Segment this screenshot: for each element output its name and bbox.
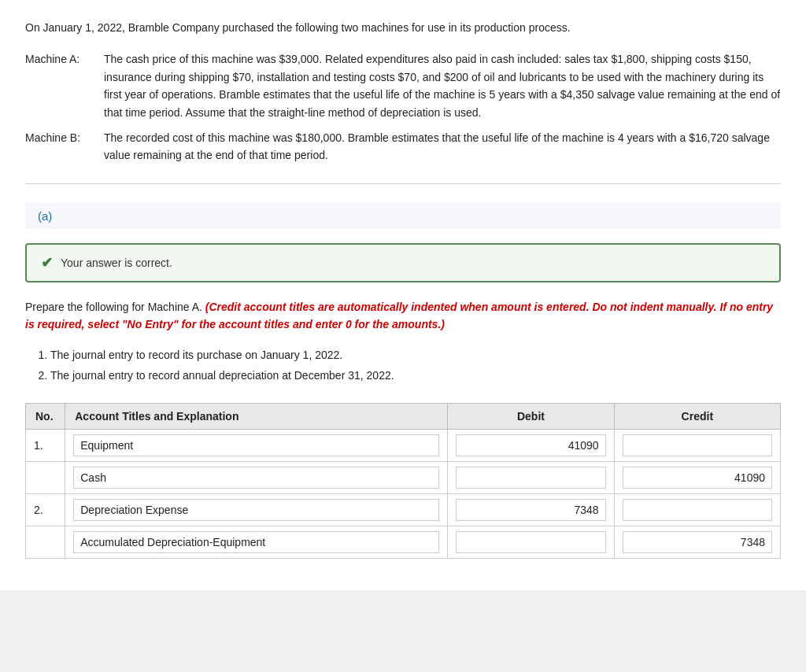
check-icon: ✔ [41,254,53,271]
list-item-1: The journal entry to record its purchase… [50,346,781,364]
row-2-no-empty [26,526,65,559]
machine-b-label: Machine B: [25,129,104,164]
col-credit: Credit [614,404,780,430]
row-2-account-2-cell [65,526,448,559]
row-1-debit-2-input[interactable] [456,467,605,489]
section-divider [25,183,781,184]
row-1-account-2-cell [65,462,448,494]
row-1-account-2-input[interactable] [73,467,439,489]
table-row [26,526,781,559]
row-2-debit-1-input[interactable] [456,499,605,521]
machine-a-section: Machine A: The cash price of this machin… [25,50,781,121]
row-2-credit-2-input[interactable] [623,531,772,553]
row-2-debit-2-input[interactable] [456,531,605,553]
row-2-debit-2-cell [448,526,614,559]
list-item-2: The journal entry to record annual depre… [50,367,781,384]
col-debit: Debit [448,404,614,430]
instruction-line1: Prepare the following for Machine A. [25,301,202,313]
row-2-credit-1-input[interactable] [623,499,772,521]
row-1-credit-2-input[interactable] [623,467,772,489]
row-1-debit-1-input[interactable] [456,434,605,456]
row-2-credit-2-cell [614,526,780,559]
machine-b-desc: The recorded cost of this machine was $1… [104,129,781,164]
machine-a-desc: The cash price of this machine was $39,0… [104,50,781,121]
row-1-account-1-input[interactable] [73,434,439,456]
intro-text: On January 1, 2022, Bramble Company purc… [25,19,781,36]
row-2-debit-1-cell [448,494,614,526]
table-row: 2. [26,494,781,526]
correct-text: Your answer is correct. [61,257,172,269]
row-1-credit-2-cell [614,462,780,494]
machine-b-section: Machine B: The recorded cost of this mac… [25,129,781,164]
section-a-label: (a) [25,203,781,229]
row-1-no: 1. [26,430,65,462]
row-2-account-1-cell [65,494,448,526]
row-1-no-empty [26,462,65,494]
row-1-account-1-cell [65,430,448,462]
instruction-block: Prepare the following for Machine A. (Cr… [25,298,781,334]
numbered-list: The journal entry to record its purchase… [50,346,781,385]
correct-answer-box: ✔ Your answer is correct. [25,243,781,282]
table-row: 1. [26,430,781,462]
row-2-credit-1-cell [614,494,780,526]
row-1-credit-1-input[interactable] [623,434,772,456]
row-2-account-1-input[interactable] [73,499,439,521]
row-2-account-2-input[interactable] [73,531,439,553]
row-2-no: 2. [26,494,65,526]
machine-a-label: Machine A: [25,50,104,121]
row-1-debit-1-cell [448,430,614,462]
row-1-debit-2-cell [448,462,614,494]
journal-table: No. Account Titles and Explanation Debit… [25,403,781,559]
col-no: No. [26,404,65,430]
col-account: Account Titles and Explanation [65,404,448,430]
row-1-credit-1-cell [614,430,780,462]
table-row [26,462,781,494]
